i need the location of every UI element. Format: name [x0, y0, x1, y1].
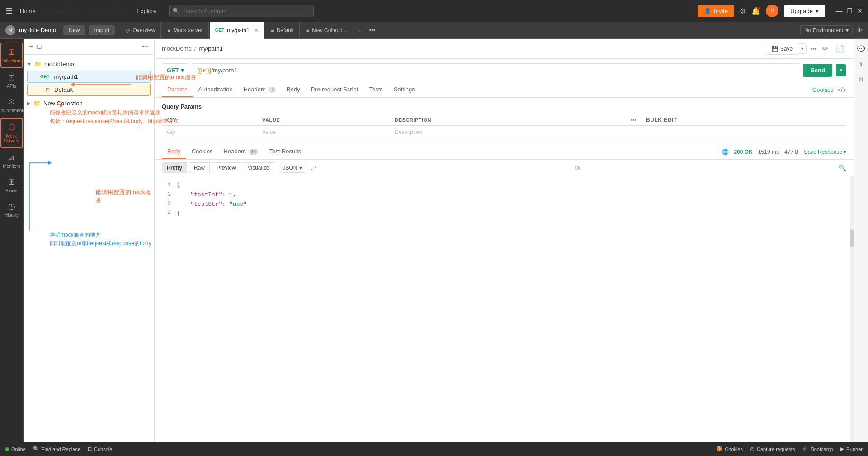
- sidebar-item-collections[interactable]: ⊞ Collections: [0, 43, 23, 68]
- more-tabs-button[interactable]: •••: [366, 27, 379, 33]
- send-dropdown-button[interactable]: ▾: [836, 64, 846, 76]
- key-cell[interactable]: Key: [162, 126, 259, 138]
- request-name: my/path1: [54, 73, 78, 80]
- sidebar-item-environments[interactable]: ⊙ Environments: [0, 93, 23, 117]
- sidebar-item-mock-servers[interactable]: ⬡ Mock Servers: [0, 118, 23, 148]
- environment-selector[interactable]: No Environment ▾: [800, 25, 853, 35]
- tab-my-path1[interactable]: GET my/path1 ✕: [210, 22, 264, 39]
- minimize-button[interactable]: —: [836, 7, 842, 14]
- workspace-actions: New Import: [63, 25, 115, 35]
- tree-example-default[interactable]: ⊡ Default: [27, 84, 151, 96]
- context-button[interactable]: ⚙: [855, 73, 867, 86]
- tab-mock-server[interactable]: ≡ Mock server: [162, 22, 208, 39]
- import-button[interactable]: Import: [89, 25, 115, 35]
- nav-workspaces[interactable]: Workspaces ▾: [45, 8, 81, 14]
- tab-authorization[interactable]: Authorization: [193, 82, 238, 97]
- save-button[interactable]: 💾 Save: [766, 43, 798, 55]
- menu-icon[interactable]: ☰: [5, 6, 13, 16]
- doc-icon-button[interactable]: 📄: [834, 43, 846, 55]
- find-replace-icon: 🔍: [33, 446, 39, 452]
- format-selector[interactable]: JSON ▾: [280, 163, 305, 173]
- search-input[interactable]: [169, 5, 314, 17]
- response-tab-body[interactable]: Body: [162, 144, 186, 159]
- workspace-tabs: ◇ Overview ≡ Mock server GET my/path1 ✕ …: [120, 22, 800, 39]
- cookies-button[interactable]: 🍪 Cookies: [716, 446, 743, 452]
- new-col-icon: ≡: [306, 27, 309, 33]
- topbar-right: 👤 Invite ⚙ 🔔 P Upgrade ▾ — ❐ ✕: [698, 5, 863, 17]
- tab-default[interactable]: ≡ Default: [265, 22, 300, 39]
- save-dropdown-button[interactable]: ▾: [798, 43, 807, 54]
- edit-icon-button[interactable]: ✏: [821, 43, 830, 55]
- tab-pre-request-script[interactable]: Pre-request Script: [306, 82, 364, 97]
- url-input[interactable]: {{url}} /my/path1: [193, 63, 800, 77]
- bulk-edit-button[interactable]: Bulk Edit: [642, 114, 846, 126]
- tree-collection-mockdemo[interactable]: ▼ 📁 mockDemo: [24, 58, 154, 70]
- notifications-button[interactable]: 🔔: [751, 7, 760, 15]
- view-raw-button[interactable]: Raw: [189, 162, 210, 173]
- sidebar-item-flows[interactable]: ⊞ Flows: [0, 173, 23, 197]
- capture-requests-button[interactable]: ◎ Capture requests: [750, 446, 795, 452]
- response-tab-headers[interactable]: Headers 14: [218, 144, 264, 159]
- view-pretty-button[interactable]: Pretty: [162, 162, 187, 173]
- value-cell[interactable]: Value: [259, 126, 391, 138]
- tab-new-collection[interactable]: ≡ New Collecti...: [301, 22, 353, 39]
- header-more-button[interactable]: •••: [810, 45, 817, 52]
- console-icon: ⊡: [88, 446, 92, 452]
- method-selector[interactable]: GET ▾: [162, 63, 189, 77]
- tree-request-mypath1[interactable]: GET my/path1: [27, 71, 151, 83]
- runner-button[interactable]: ▶ Runner: [840, 446, 863, 452]
- upgrade-button[interactable]: Upgrade ▾: [784, 5, 825, 17]
- add-tab-button[interactable]: +: [353, 26, 364, 34]
- settings-button[interactable]: ⚙: [740, 7, 746, 15]
- cookies-link[interactable]: Cookies: [812, 86, 834, 93]
- console-button[interactable]: ⊡ Console: [88, 446, 112, 452]
- response-toolbar: Pretty Raw Preview Visualize JSON ▾ ⇌ ⧉ …: [155, 160, 854, 176]
- scrollbar-track[interactable]: [850, 176, 854, 442]
- value-column-header: VALUE: [259, 114, 391, 126]
- sidebar-item-history[interactable]: ◷ History: [0, 198, 23, 221]
- sidebar-item-monitors[interactable]: ⊿ Monitors: [0, 149, 23, 172]
- wrap-lines-button[interactable]: ⇌: [311, 164, 316, 172]
- view-visualize-button[interactable]: Visualize: [243, 162, 274, 173]
- response-tab-test-results[interactable]: Test Results: [264, 144, 307, 159]
- new-button[interactable]: New: [63, 25, 85, 35]
- desc-cell[interactable]: Description: [391, 126, 624, 138]
- comments-button[interactable]: 💬: [854, 43, 868, 55]
- view-preview-button[interactable]: Preview: [212, 162, 241, 173]
- copy-response-button[interactable]: ⧉: [575, 164, 580, 172]
- tab-overview[interactable]: ◇ Overview: [120, 22, 161, 39]
- tab-params[interactable]: Params: [162, 82, 193, 97]
- find-replace-button[interactable]: 🔍 Find and Replace: [33, 446, 80, 452]
- panel-add-icon[interactable]: +: [29, 43, 33, 51]
- invite-button[interactable]: 👤 Invite: [698, 5, 734, 17]
- panel-more-icon[interactable]: •••: [142, 43, 149, 50]
- breadcrumb-parent[interactable]: mockDemo: [162, 45, 192, 52]
- tree-collection-new[interactable]: ▶ 📁 New Collection: [24, 98, 154, 109]
- tab-headers[interactable]: Headers 7: [238, 82, 281, 97]
- tab-close-icon[interactable]: ✕: [254, 27, 259, 33]
- save-response-button[interactable]: Save Response ▾: [804, 149, 846, 155]
- nav-explore[interactable]: Explore: [137, 8, 156, 14]
- env-settings-icon[interactable]: 👁: [856, 27, 863, 34]
- tab-tests[interactable]: Tests: [363, 82, 388, 97]
- sidebar-item-apis[interactable]: ⊡ APIs: [0, 69, 23, 92]
- nav-api-network[interactable]: API Network ▾: [90, 8, 127, 14]
- bootcamp-button[interactable]: 🎓 Bootcamp: [802, 446, 833, 452]
- search-response-button[interactable]: 🔍: [839, 164, 846, 171]
- send-button[interactable]: Send: [803, 64, 832, 77]
- tab-body[interactable]: Body: [281, 82, 306, 97]
- code-view-icon[interactable]: </>: [837, 86, 846, 94]
- folder-icon: 📁: [34, 61, 42, 67]
- history-label: History: [5, 213, 19, 218]
- panel-filter-icon[interactable]: ⊟: [37, 43, 42, 50]
- close-button[interactable]: ✕: [857, 7, 863, 14]
- response-body: 1 { 2 "testInt": 1, 3 "testStr": "abc" 4…: [155, 176, 854, 442]
- maximize-button[interactable]: ❐: [847, 7, 853, 14]
- nav-home[interactable]: Home: [20, 8, 36, 14]
- tab-settings[interactable]: Settings: [388, 82, 420, 97]
- capture-icon: ◎: [750, 446, 755, 452]
- response-tab-cookies[interactable]: Cookies: [186, 144, 218, 159]
- info-button[interactable]: ℹ: [857, 58, 865, 71]
- chevron-down-icon: ▼: [27, 62, 32, 66]
- user-avatar: M: [5, 25, 15, 35]
